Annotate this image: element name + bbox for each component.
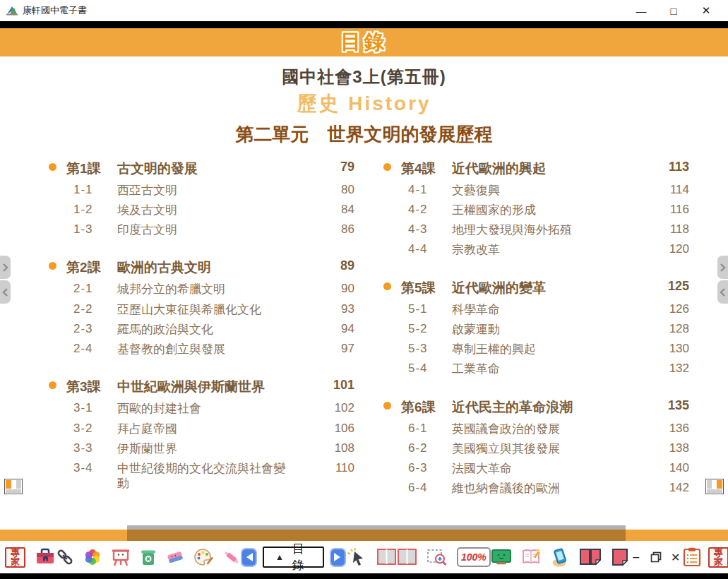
window-close-button[interactable]: ✕	[690, 1, 722, 20]
section-title: 法國大革命	[452, 461, 620, 476]
handheld-device-button[interactable]	[550, 547, 570, 567]
chevron-left-icon	[720, 288, 726, 297]
section-row[interactable]: 2-3 羅馬的政治與文化 94	[44, 319, 354, 339]
section-title: 西亞古文明	[117, 183, 285, 198]
section-page: 90	[318, 282, 354, 296]
section-row[interactable]: 2-1 城邦分立的希臘文明 90	[44, 280, 354, 299]
toolbar-restore-button[interactable]	[650, 551, 662, 563]
section-title: 拜占庭帝國	[117, 422, 285, 436]
lesson-title: 古文明的發展	[117, 160, 312, 178]
toolbox-button[interactable]	[35, 547, 56, 567]
highlighter-icon	[222, 548, 241, 566]
section-row[interactable]: 2-4 基督教的創立與發展 97	[44, 340, 354, 359]
single-page-view-button[interactable]	[611, 548, 629, 566]
right-edge-tab-forward[interactable]	[717, 256, 728, 279]
lesson-row[interactable]: 第4課 近代歐洲的興起 113	[378, 157, 689, 180]
section-row[interactable]: 4-3 地理大發現與海外拓殖 118	[378, 220, 689, 240]
prev-page-button[interactable]	[241, 548, 257, 567]
lesson-row[interactable]: 第2課 歐洲的古典文明 89	[44, 256, 354, 280]
section-row[interactable]: 3-2 拜占庭帝國 106	[44, 419, 354, 438]
section-row[interactable]: 6-2 美國獨立與其後發展 138	[378, 438, 689, 458]
easel-board-button[interactable]	[111, 548, 131, 566]
bullet-icon	[49, 262, 56, 270]
section-page: 132	[652, 362, 689, 376]
toc-columns: 第1課 古文明的發展 79 1-1 西亞古文明 80 1-2 埃及古文明 84	[0, 147, 728, 515]
section-row[interactable]: 4-4 宗教改革 120	[378, 240, 689, 260]
palette-button[interactable]	[193, 548, 213, 566]
left-edge-tab-back[interactable]	[0, 280, 11, 304]
hand-phone-icon	[550, 547, 570, 567]
section-row[interactable]: 6-3 法國大革命 140	[378, 459, 689, 479]
toc-column-right: 第4課 近代歐洲的興起 113 4-1 文藝復興 114 4-2 王權國家的形成…	[378, 157, 689, 515]
expert-mode-button-right[interactable]: 專家	[708, 547, 728, 568]
section-num: 4-1	[401, 183, 446, 197]
color-wheel-button[interactable]	[83, 548, 102, 566]
lesson-row[interactable]: 第5課 近代歐洲的變革 125	[378, 276, 689, 299]
section-row[interactable]: 3-1 西歐的封建社會 102	[44, 399, 354, 419]
workbook-button[interactable]	[521, 548, 541, 566]
highlighter-button[interactable]	[222, 548, 241, 566]
section-row[interactable]: 3-4 中世紀後期的文化交流與社會變動 110	[44, 459, 354, 494]
section-title: 美國獨立與其後發展	[452, 441, 620, 456]
lesson-row[interactable]: 第1課 古文明的發展 79	[44, 157, 354, 180]
toolbar-close-button[interactable]: ✕	[669, 551, 683, 564]
section-num: 5-1	[401, 302, 446, 316]
notes-clipboard-button[interactable]	[683, 547, 701, 567]
page-corner-right-button[interactable]	[705, 479, 724, 494]
section-title: 文藝復興	[452, 183, 620, 198]
book-spread-button[interactable]	[376, 547, 417, 568]
zoom-level-button[interactable]: 100%	[457, 547, 491, 567]
section-num: 4-4	[401, 242, 446, 256]
toolbar-group-window: – ✕	[629, 551, 683, 564]
section-row[interactable]: 1-1 西亞古文明 80	[44, 180, 354, 200]
section-row[interactable]: 4-2 王權國家的形成 116	[378, 200, 689, 220]
toolbar-minimize-button[interactable]: –	[629, 551, 643, 563]
blackboard-button[interactable]	[491, 548, 512, 566]
left-edge-tab-forward[interactable]	[0, 256, 11, 279]
next-page-button[interactable]	[330, 548, 346, 567]
zoom-select-button[interactable]	[426, 547, 448, 567]
link-tool-button[interactable]	[56, 548, 74, 566]
section-row[interactable]: 1-3 印度古文明 86	[44, 220, 354, 240]
section-row[interactable]: 3-3 伊斯蘭世界 108	[44, 438, 354, 458]
lesson-row[interactable]: 第3課 中世紀歐洲與伊斯蘭世界 101	[44, 376, 354, 399]
section-row[interactable]: 6-4 維也納會議後的歐洲 142	[378, 479, 689, 499]
section-row[interactable]: 2-2 亞歷山大東征與希臘化文化 93	[44, 299, 354, 319]
section-row[interactable]: 5-1 科學革命 126	[378, 299, 689, 319]
section-row[interactable]: 4-1 文藝復興 114	[378, 180, 689, 200]
section-row[interactable]: 5-2 啟蒙運動 128	[378, 319, 689, 339]
section-title: 基督教的創立與發展	[117, 342, 285, 357]
double-page-view-button[interactable]	[579, 548, 602, 566]
section-num: 1-2	[66, 203, 112, 217]
section-title: 城邦分立的希臘文明	[117, 282, 285, 297]
horizontal-scrollbar-thumb[interactable]	[127, 525, 626, 542]
eraser-icon	[166, 549, 184, 566]
trash-bin-button[interactable]	[140, 548, 157, 566]
pointer-tool-button[interactable]	[346, 547, 367, 567]
window-titlebar: 康軒國中電子書 — □ ✕	[0, 0, 728, 21]
section-row[interactable]: 1-2 埃及古文明 84	[44, 200, 354, 220]
page-corner-left-button[interactable]	[4, 479, 23, 494]
section-page: 128	[652, 322, 689, 336]
toc-lesson-6: 第6課 近代民主的革命浪潮 135 6-1 英國議會政治的發展 136 6-2 …	[378, 395, 689, 499]
section-row[interactable]: 5-4 工業革命 132	[378, 359, 689, 379]
window-maximize-button[interactable]: □	[657, 1, 690, 20]
section-num: 2-2	[66, 302, 112, 316]
page-indicator-dropdown[interactable]: ▲ 目錄	[263, 547, 324, 568]
eraser-button[interactable]	[166, 549, 184, 566]
lesson-row[interactable]: 第6課 近代民主的革命浪潮 135	[378, 395, 689, 419]
section-num: 3-3	[66, 441, 112, 455]
window-minimize-button[interactable]: —	[625, 1, 657, 20]
section-title: 羅馬的政治與文化	[117, 322, 285, 337]
subject-title: 歷史 History	[0, 90, 728, 117]
right-edge-tab-back[interactable]	[717, 280, 728, 304]
toc-column-left: 第1課 古文明的發展 79 1-1 西亞古文明 80 1-2 埃及古文明 84	[44, 157, 354, 515]
lesson-label: 第3課	[66, 378, 112, 396]
section-page: 94	[318, 322, 354, 336]
section-row[interactable]: 6-1 英國議會政治的發展 136	[378, 419, 689, 438]
section-num: 6-2	[401, 441, 446, 455]
section-row[interactable]: 5-3 專制王權的興起 130	[378, 340, 689, 359]
expert-mode-button-left[interactable]: 專家	[5, 547, 25, 568]
section-num: 3-2	[66, 422, 112, 436]
section-title: 伊斯蘭世界	[117, 441, 285, 456]
